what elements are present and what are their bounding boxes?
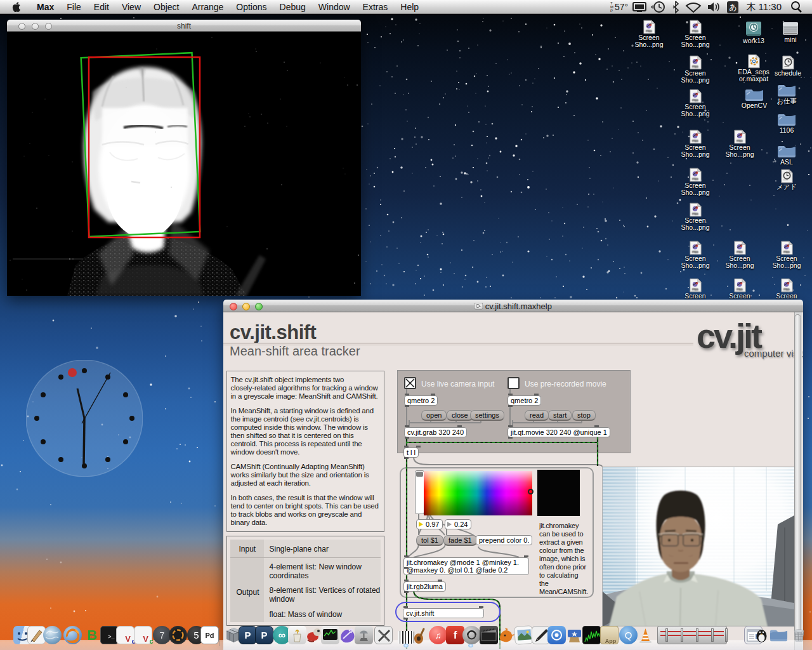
svg-text:PNG: PNG [783,288,790,291]
svg-text:PNG: PNG [737,139,743,142]
svg-text:PNG: PNG [783,250,790,253]
svg-text:PNG: PNG [737,288,743,291]
svg-text:PNG: PNG [692,250,698,253]
svg-text:PNG: PNG [692,65,698,68]
svg-text:PNG: PNG [692,139,698,142]
svg-text:PNG: PNG [646,29,652,32]
svg-text:PNG: PNG [692,288,698,291]
svg-text:PNG: PNG [692,212,698,215]
svg-text:PNG: PNG [692,177,698,180]
svg-text:PNG: PNG [737,250,743,253]
svg-text:PNG: PNG [692,29,698,32]
svg-text:PNG: PNG [692,98,698,102]
